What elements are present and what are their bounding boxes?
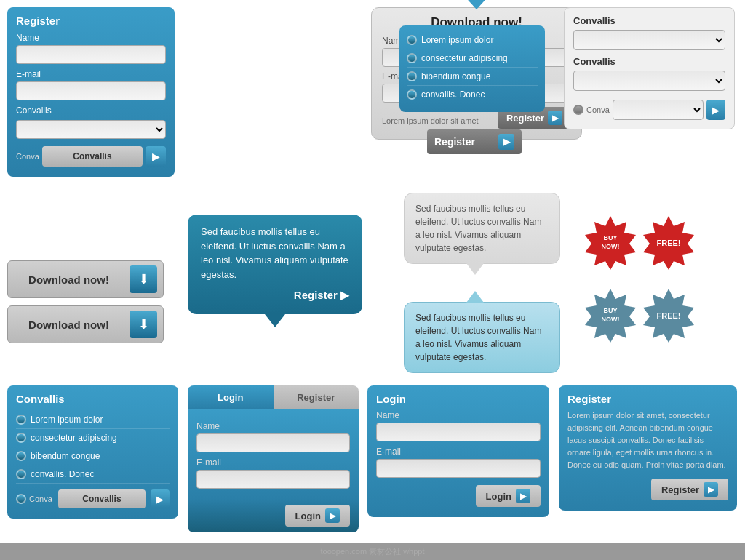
svg-text:FREE!: FREE! [657,311,681,320]
download-label: Download now! [14,319,124,331]
arrow-icon: ▶ [498,134,514,150]
convallis-select3[interactable] [613,100,704,120]
badge-gray-buy[interactable]: BUY NOW! [582,287,639,344]
convallis-button[interactable]: Convallis [42,146,143,167]
convallis-title: Convallis [16,393,170,405]
badge-red-free[interactable]: FREE! [640,215,697,271]
convallis-select[interactable] [16,120,166,139]
badge-red-buy[interactable]: BUY NOW! [582,215,639,271]
name-input[interactable] [376,423,541,441]
radio-dot [16,415,26,425]
register-title: Register [16,15,166,27]
register-blue-button[interactable]: Register ▶ [427,129,522,154]
radio-dot [573,105,583,115]
download-button-1[interactable]: Download now! ⬇ [7,260,164,298]
bubble-text: Sed faucibus mollis tellus eu eleifend. … [201,226,348,280]
conva-label: Conva [16,152,39,161]
email-input[interactable] [196,470,350,489]
name-label: Name [16,33,166,43]
login-submit-button[interactable]: Login ▶ [476,485,541,507]
email-input[interactable] [16,81,166,100]
login-tab[interactable]: Login [188,385,274,409]
download-button-2[interactable]: Download now! ⬇ [7,305,164,343]
list-item: Lorem ipsum dolor [407,31,538,49]
download-label: Download now! [14,273,124,286]
submit-arrow-button[interactable]: ▶ [706,100,725,120]
radio-dot [16,469,26,479]
radio-dot [16,451,26,461]
svg-text:NOW!: NOW! [602,243,620,250]
svg-text:BUY: BUY [603,234,617,241]
bubble-text: Sed faucibus mollis tellus eu eleifend. … [415,204,541,253]
svg-text:BUY: BUY [603,307,617,314]
convallis-select2[interactable] [573,71,725,91]
convallis-label1: Convallis [573,15,725,26]
radio-dot [16,433,26,443]
badge-gray-free[interactable]: FREE! [640,287,697,344]
register-title: Register [567,393,728,405]
bubble-blue: Sed faucibus mollis tellus eu eleifend. … [404,302,560,373]
list-item: bibendum congue [407,68,538,86]
login-tabs-panel: Login Register Name E-mail Login ▶ [188,385,359,532]
email-label: E-mail [196,457,350,468]
email-input[interactable] [376,459,541,478]
list-item: convallis. Donec [407,86,538,103]
name-input[interactable] [196,433,350,452]
convallis-button[interactable]: Convallis [58,489,146,508]
list-item: Lorem ipsum dolor [16,411,170,429]
convallis-label2: Convallis [573,56,725,67]
download-icon: ⬇ [130,265,157,293]
svg-text:NOW!: NOW! [602,316,620,323]
register-info-panel: Register Lorem ipsum dolor sit amet, con… [559,385,737,511]
login-title: Login [376,393,541,405]
register-tab[interactable]: Register [274,385,359,409]
radio-dot [407,71,417,81]
name-label: Name [196,421,350,431]
bubble-dark: Sed faucibus mollis tellus eu eleifend. … [188,215,362,314]
simple-login-panel: Login Name E-mail Login ▶ [367,385,549,517]
radio-list-panel: Lorem ipsum dolor consectetur adipiscing… [399,25,545,112]
email-label: E-mail [16,69,166,79]
convallis-panel-topright: Convallis Convallis Conva ▶ [564,7,735,129]
svg-text:FREE!: FREE! [657,239,681,247]
lorem-text: Lorem ipsum dolor sit amet [382,116,479,125]
bubble-text: Sed faucibus mollis tellus eu eleifend. … [415,313,541,362]
list-item: convallis. Donec [16,465,170,484]
convallis-panel-bottomleft: Convallis Lorem ipsum dolor consectetur … [7,385,178,519]
radio-dot [407,89,417,100]
register-panel-topleft: Register Name E-mail Convallis Conva Con… [7,7,175,177]
watermark: tooopen.com 素材公社 whppt [0,543,745,560]
list-item: bibendum congue [16,447,170,465]
register-button[interactable]: Register ▶ [651,479,728,500]
name-input[interactable] [16,45,166,64]
list-item: consectetur adipiscing [407,49,538,68]
submit-arrow-button[interactable]: ▶ [146,146,166,167]
bubble-gray: Sed faucibus mollis tellus eu eleifend. … [404,193,560,264]
name-label: Name [376,410,541,420]
conva-label: Conva [29,495,52,503]
login-button[interactable]: Login ▶ [285,505,350,527]
arrow-button[interactable]: ▶ [151,489,170,508]
radio-dot [16,494,26,504]
conva-label: Conva [586,105,610,114]
arrow-icon: ▶ [548,111,562,125]
arrow-icon: ▶ [704,482,718,497]
radio-dot [407,53,417,63]
convallis-label: Convallis [16,105,166,116]
radio-dot [407,35,417,45]
register-info-text: Lorem ipsum dolor sit amet, consectetur … [567,409,728,471]
email-label: E-mail [376,447,541,457]
convallis-select1[interactable] [573,30,725,50]
register-link[interactable]: Register ▶ [201,287,349,304]
download-icon: ⬇ [130,311,157,338]
list-item: consectetur adipiscing [16,429,170,447]
arrow-icon: ▶ [325,508,340,523]
arrow-icon: ▶ [516,489,530,503]
